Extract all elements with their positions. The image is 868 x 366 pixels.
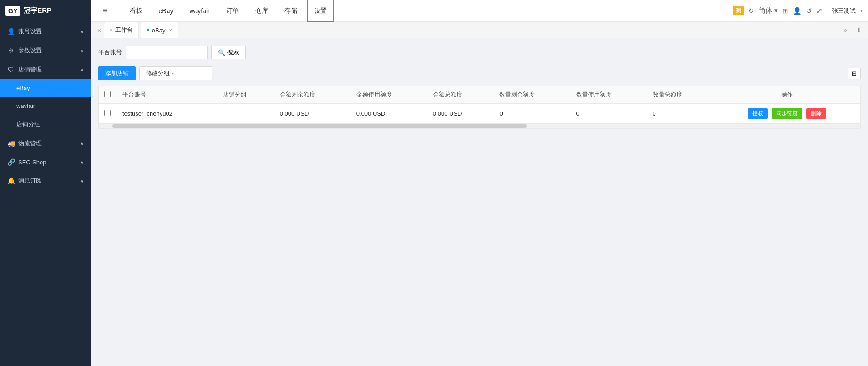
message-icon: 🔔	[7, 177, 15, 184]
table-row: testuser_chenyu02 0.000 USD 0.000 USD 0.…	[99, 104, 860, 124]
sidebar-arrow-logistics: ∨	[81, 141, 84, 146]
nav-item-wayfair[interactable]: wayfair	[183, 0, 216, 22]
nav-fullscreen-icon[interactable]: ⤢	[817, 7, 822, 15]
tab-expand-btn[interactable]: ⬇	[853, 26, 864, 34]
tab-bar: « 工作台 eBay × » ⬇	[91, 22, 868, 38]
col-actions: 操作	[714, 86, 860, 104]
row-qty-total: 0	[647, 104, 714, 124]
sidebar-arrow-param: ∨	[81, 48, 84, 53]
main-layout: 👤 账号设置 ∨ ⚙ 参数设置 ∨ 🛡 店铺管理 ∧ eBay wayfair …	[0, 22, 868, 366]
nav-refresh-icon[interactable]: ↺	[806, 7, 812, 15]
tab-next-btn[interactable]: »	[841, 26, 850, 34]
nav-menu-icon[interactable]: ≡	[96, 0, 114, 22]
nav-item-kanban[interactable]: 看板	[123, 0, 149, 22]
nav-item-settings[interactable]: 设置	[307, 0, 334, 22]
tab-dot-workbench	[110, 29, 112, 31]
sidebar: 👤 账号设置 ∨ ⚙ 参数设置 ∨ 🛡 店铺管理 ∧ eBay wayfair …	[0, 22, 91, 366]
sidebar-label-shop-management: 店铺管理	[18, 66, 42, 74]
sidebar-item-seo-shop[interactable]: 🔗 SEO Shop ∨	[0, 153, 91, 171]
tab-close-ebay[interactable]: ×	[169, 27, 172, 33]
tab-dot-ebay	[147, 29, 149, 31]
col-checkbox	[99, 86, 117, 104]
sidebar-item-message-subscribe[interactable]: 🔔 消息订阅 ∨	[0, 171, 91, 190]
select-all-checkbox[interactable]	[104, 91, 111, 97]
sidebar-item-shop-management[interactable]: 🛡 店铺管理 ∧	[0, 60, 91, 79]
sidebar-label-message-subscribe: 消息订阅	[18, 177, 42, 185]
sidebar-arrow-account: ∨	[81, 29, 84, 34]
sidebar-label-account-settings: 账号设置	[18, 27, 42, 36]
tab-bar-right: » ⬇	[841, 26, 864, 34]
main-content: « 工作台 eBay × » ⬇ 平台账号 🔍	[91, 22, 868, 366]
grid-icon: ⊞	[852, 70, 857, 77]
sidebar-arrow-message: ∨	[81, 178, 84, 183]
logo-area: GY 冠宇ERP	[0, 0, 91, 22]
sidebar-item-shop-group[interactable]: 店铺分组	[0, 115, 91, 134]
top-navigation: GY 冠宇ERP ≡ 看板 eBay wayfair 订单 仓库 存储 设置 测…	[0, 0, 868, 22]
sidebar-label-param-settings: 参数设置	[18, 46, 42, 55]
row-checkbox-cell	[99, 104, 117, 124]
sync-button[interactable]: 同步额度	[772, 108, 802, 119]
col-qty-used: 数量使用额度	[571, 86, 647, 104]
col-amount-remaining: 金额剩余额度	[274, 86, 351, 104]
search-bar: 平台账号 🔍 搜索	[98, 46, 861, 59]
modify-group-arrow: ▾	[172, 71, 174, 76]
auth-button[interactable]: 授权	[748, 108, 768, 119]
tab-label-workbench: 工作台	[115, 26, 133, 34]
row-checkbox[interactable]	[104, 110, 111, 116]
nav-username[interactable]: 张三测试	[832, 7, 856, 15]
row-platform-account: testuser_chenyu02	[117, 104, 218, 124]
shop-mgmt-icon: 🛡	[7, 66, 15, 73]
row-qty-used: 0	[571, 104, 647, 124]
nav-user-badge: 测	[733, 6, 744, 15]
sidebar-item-account-settings[interactable]: 👤 账号设置 ∨	[0, 22, 91, 41]
sidebar-arrow-shop: ∧	[81, 67, 84, 72]
delete-button[interactable]: 删除	[806, 108, 826, 119]
nav-lang-btn[interactable]: 简体 ▾	[759, 6, 778, 15]
param-icon: ⚙	[7, 47, 15, 54]
row-amount-total: 0.000 USD	[427, 104, 494, 124]
nav-user-icon[interactable]: 👤	[793, 7, 802, 15]
tab-workbench[interactable]: 工作台	[104, 22, 139, 38]
nav-item-orders[interactable]: 订单	[220, 0, 245, 22]
nav-item-stock[interactable]: 存储	[278, 0, 304, 22]
sidebar-label-seo-shop: SEO Shop	[18, 159, 46, 166]
nav-item-warehouse[interactable]: 仓库	[249, 0, 274, 22]
sidebar-item-wayfair[interactable]: wayfair	[0, 97, 91, 115]
nav-divider	[827, 7, 827, 15]
data-table: 平台账号 店铺分组 金额剩余额度 金额使用额度 金额总额度 数量剩余额度 数量使…	[98, 86, 861, 129]
modify-group-button[interactable]: 修改分组 ▾	[139, 66, 212, 80]
tab-label-ebay: eBay	[152, 27, 166, 34]
nav-sync-icon[interactable]: ↻	[748, 7, 754, 15]
sidebar-item-param-settings[interactable]: ⚙ 参数设置 ∨	[0, 41, 91, 60]
add-shop-button[interactable]: 添加店铺	[98, 66, 136, 80]
grid-view-button[interactable]: ⊞	[848, 68, 861, 79]
sidebar-label-shop-group: 店铺分组	[16, 120, 40, 128]
scrollbar-row	[99, 124, 860, 129]
sidebar-label-ebay: eBay	[16, 85, 30, 92]
col-platform-account: 平台账号	[117, 86, 218, 104]
col-shop-group: 店铺分组	[218, 86, 274, 104]
table-header-row: 平台账号 店铺分组 金额剩余额度 金额使用额度 金额总额度 数量剩余额度 数量使…	[99, 86, 860, 104]
search-button[interactable]: 🔍 搜索	[211, 46, 246, 59]
nav-user-arrow[interactable]: ▾	[860, 8, 863, 13]
nav-menu: 看板 eBay wayfair 订单 仓库 存储 设置	[123, 0, 733, 22]
col-amount-total: 金额总额度	[427, 86, 494, 104]
sidebar-item-ebay[interactable]: eBay	[0, 79, 91, 97]
tab-ebay[interactable]: eBay ×	[141, 22, 178, 38]
seo-icon: 🔗	[7, 158, 15, 166]
row-actions-cell: 授权 同步额度 删除	[714, 104, 860, 124]
action-bar: 添加店铺 修改分组 ▾ ⊞	[98, 66, 861, 80]
logistics-icon: 🚚	[7, 140, 15, 147]
sidebar-arrow-seo: ∨	[81, 160, 84, 165]
col-qty-remaining: 数量剩余额度	[494, 86, 570, 104]
nav-layout-icon[interactable]: ⊞	[782, 7, 788, 15]
sidebar-item-logistics[interactable]: 🚚 物流管理 ∨	[0, 134, 91, 153]
modify-group-label: 修改分组	[146, 69, 170, 77]
search-btn-label: 搜索	[227, 48, 239, 56]
search-icon: 🔍	[218, 49, 225, 56]
nav-item-ebay[interactable]: eBay	[152, 0, 180, 22]
tab-prev-btn[interactable]: «	[95, 26, 104, 34]
nav-right: 测 ↻ 简体 ▾ ⊞ 👤 ↺ ⤢ 张三测试 ▾	[733, 6, 863, 15]
search-input[interactable]	[126, 46, 208, 59]
row-shop-group	[218, 104, 274, 124]
